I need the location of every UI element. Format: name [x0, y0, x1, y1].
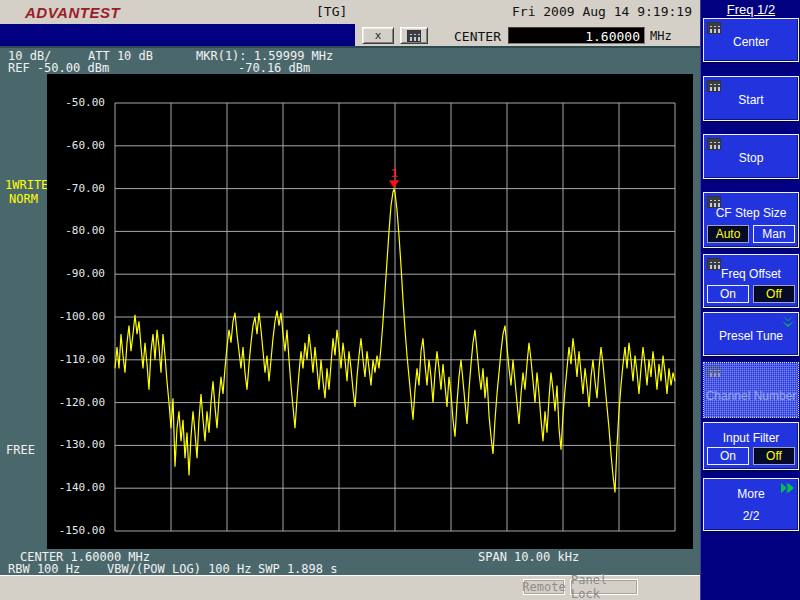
softkey-channel-number: Channel Number — [703, 362, 799, 418]
reference-readout: REF -50.00 dBm — [8, 61, 109, 75]
cf-step-man-option[interactable]: Man — [753, 225, 795, 243]
keypad-icon — [707, 22, 721, 34]
marker-readout-level: -70.16 dBm — [238, 61, 310, 75]
freq-offset-off-option[interactable]: Off — [753, 285, 795, 303]
y-axis-tick-label: -90.00 — [53, 267, 105, 280]
spectrum-svg: 1 — [47, 74, 693, 549]
trigger-free-label: FREE — [6, 443, 35, 457]
keypad-icon — [707, 80, 721, 92]
datetime-label: Fri 2009 Aug 14 9:19:19 — [512, 4, 692, 19]
titlebar-accent — [0, 24, 355, 46]
cf-step-toggle: Auto Man — [707, 225, 795, 243]
center-field-label: CENTER — [454, 29, 501, 44]
spectrum-plot: 1 -50.00-60.00-70.00-80.00-90.00-100.00-… — [47, 74, 693, 549]
softkey-sidebar: Freq 1/2 Center Start Stop CF Step Size … — [700, 0, 800, 600]
y-axis-tick-label: -110.00 — [53, 353, 105, 366]
y-axis-tick-label: -50.00 — [53, 96, 105, 109]
softkey-start[interactable]: Start — [703, 76, 799, 121]
trace-write-label: 1WRITE — [5, 178, 48, 192]
keypad-icon — [707, 138, 721, 150]
center-frequency-input[interactable]: 1.60000 — [508, 27, 645, 44]
y-axis-tick-label: -80.00 — [53, 224, 105, 237]
keypad-button[interactable] — [400, 27, 428, 44]
status-bar: Remote Panel Lock — [0, 575, 700, 600]
y-axis-tick-label: -130.00 — [53, 438, 105, 451]
softkey-more[interactable]: More 2/2 — [703, 478, 799, 531]
input-filter-on-option[interactable]: On — [707, 447, 749, 465]
tg-indicator: [TG] — [316, 4, 347, 19]
chevron-down-icon — [781, 316, 795, 328]
panel-lock-indicator: Panel Lock — [570, 579, 638, 595]
sweep-readout: SWP 1.898 s — [258, 562, 337, 576]
softkey-freq-offset[interactable]: Freq Offset On Off — [703, 254, 799, 308]
y-axis-tick-label: -150.00 — [53, 524, 105, 537]
display-area: 10 dB/ ATT 10 dB MKR(1): 1.59999 MHz REF… — [0, 46, 700, 575]
input-filter-toggle: On Off — [707, 447, 795, 465]
input-filter-off-option[interactable]: Off — [753, 447, 795, 465]
softkey-presel-tune[interactable]: Presel Tune — [703, 312, 799, 356]
softkey-stop[interactable]: Stop — [703, 134, 799, 179]
softkey-center[interactable]: Center — [703, 18, 799, 62]
toolbar: x CENTER 1.60000 MHz — [355, 24, 700, 46]
spectrum-analyzer-screen: ADVANTEST [TG] Fri 2009 Aug 14 9:19:19 x… — [0, 0, 800, 600]
softkey-menu-title: Freq 1/2 — [701, 2, 800, 17]
keypad-icon — [407, 30, 421, 42]
softkey-cf-step-size[interactable]: CF Step Size Auto Man — [703, 192, 799, 248]
close-button[interactable]: x — [362, 27, 394, 44]
vbw-readout: VBW/(POW_LOG) 100 Hz — [107, 562, 252, 576]
remote-indicator: Remote — [523, 579, 565, 595]
y-axis-tick-label: -70.00 — [53, 182, 105, 195]
freq-offset-toggle: On Off — [707, 285, 795, 303]
top-readout-bar: 10 dB/ ATT 10 dB MKR(1): 1.59999 MHz REF… — [0, 48, 700, 74]
marker-number-label: 1 — [391, 167, 398, 180]
titlebar: ADVANTEST [TG] Fri 2009 Aug 14 9:19:19 — [0, 0, 700, 24]
trace-norm-label: NORM — [9, 192, 38, 206]
center-unit-label: MHz — [650, 29, 672, 43]
cf-step-auto-option[interactable]: Auto — [707, 225, 749, 243]
y-axis-tick-label: -140.00 — [53, 481, 105, 494]
y-axis-tick-label: -120.00 — [53, 396, 105, 409]
rbw-readout: RBW 100 Hz — [8, 562, 80, 576]
marker-arrow-icon — [389, 180, 399, 188]
span-readout: SPAN 10.00 kHz — [478, 550, 579, 564]
y-axis-tick-label: -60.00 — [53, 139, 105, 152]
softkey-input-filter[interactable]: Input Filter On Off — [703, 422, 799, 470]
advantest-logo: ADVANTEST — [25, 4, 120, 21]
keypad-icon — [707, 366, 721, 378]
y-axis-tick-label: -100.00 — [53, 310, 105, 323]
freq-offset-on-option[interactable]: On — [707, 285, 749, 303]
